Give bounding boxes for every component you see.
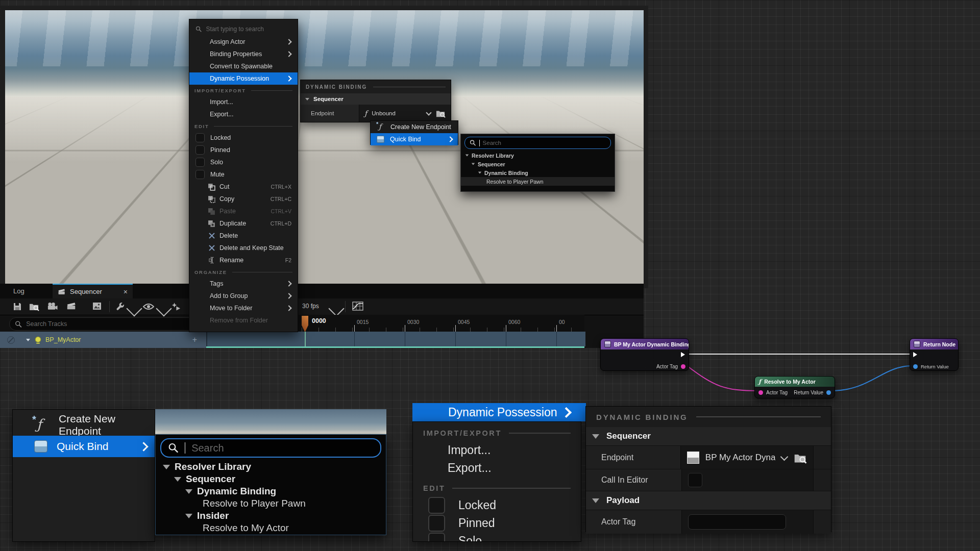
menu-section-edit: EDIT <box>413 480 581 496</box>
node-icon <box>604 341 611 347</box>
resolver-popup: Resolver Library Sequencer Dynamic Bindi… <box>460 134 615 192</box>
return-value-pin[interactable] <box>826 390 831 395</box>
checkbox[interactable] <box>195 133 205 142</box>
resolver-search-input[interactable] <box>191 442 374 454</box>
text-caret <box>185 442 185 454</box>
tree-item-resolve-to-player-pawn[interactable]: Resolve to Player Pawn <box>461 177 615 186</box>
checkbox[interactable] <box>195 170 205 179</box>
menu-item-create-new-endpoint[interactable]: *ƒ Create New Endpoint <box>371 121 458 133</box>
collapse-triangle-icon[interactable] <box>465 155 469 157</box>
menu-item-import[interactable]: Import... <box>189 96 298 108</box>
menu-search-input[interactable] <box>206 26 291 33</box>
menu-item-add-to-group[interactable]: Add to Group <box>189 290 298 302</box>
menu-item-quick-bind[interactable]: Quick Bind <box>13 436 155 457</box>
resolver-search-field[interactable] <box>464 137 611 149</box>
menu-item-quick-bind[interactable]: Quick Bind <box>371 133 458 145</box>
menu-item-export[interactable]: Export... <box>413 459 581 477</box>
collapse-triangle-icon[interactable] <box>478 172 481 174</box>
payload-category-row[interactable]: Payload <box>586 491 831 510</box>
collapse-triangle-icon[interactable] <box>185 489 192 494</box>
tree-item-resolver-library[interactable]: Resolver Library <box>461 151 615 160</box>
menu-item-dynamic-possession[interactable]: Dynamic Possession <box>189 72 298 85</box>
submenu-arrow-icon <box>286 293 291 298</box>
sequencer-category-row[interactable]: Sequencer <box>586 427 831 446</box>
tree-item-resolve-to-player-pawn[interactable]: Resolve to Player Pawn <box>156 497 386 510</box>
node-return[interactable]: Return Node Return Value <box>910 338 959 371</box>
browse-icon[interactable] <box>435 109 446 118</box>
menu-item-duplicate[interactable]: DuplicateCTRL+D <box>189 217 298 230</box>
menu-item-create-new-endpoint[interactable]: *ƒ Create New Endpoint <box>13 414 155 436</box>
menu-item-export[interactable]: Export... <box>189 108 298 120</box>
exec-in-pin[interactable] <box>913 352 917 357</box>
resolver-search-input[interactable] <box>483 140 606 146</box>
submenu-arrow-icon <box>561 407 572 417</box>
endpoint-row: Endpoint ƒ Unbound <box>301 105 451 122</box>
menu-item-rename[interactable]: RenameF2 <box>189 254 298 266</box>
menu-item-copy[interactable]: CopyCTRL+C <box>189 193 298 205</box>
menu-item-solo[interactable]: Solo <box>413 532 581 542</box>
search-icon <box>195 26 202 33</box>
delete-icon <box>209 233 215 239</box>
checkbox[interactable] <box>428 515 445 532</box>
menu-item-assign-actor[interactable]: Assign Actor <box>189 36 298 48</box>
checkbox[interactable] <box>428 497 445 514</box>
tree-item-resolve-to-my-actor[interactable]: Resolve to My Actor <box>156 522 386 534</box>
checkbox[interactable] <box>428 533 445 542</box>
checkbox[interactable] <box>195 145 205 155</box>
menu-item-locked[interactable]: Locked <box>413 496 581 514</box>
endpoint-dropdown[interactable]: ƒ Unbound <box>359 105 451 122</box>
return-value-pin[interactable] <box>913 364 918 369</box>
browse-icon[interactable] <box>793 452 807 464</box>
exec-out-pin[interactable] <box>681 352 685 357</box>
menu-item-convert-to-spawnable[interactable]: Convert to Spawnable <box>189 60 298 72</box>
menu-item-mute[interactable]: Mute <box>189 168 298 181</box>
endpoint-label: Endpoint <box>601 453 633 462</box>
tree-item-dynamic-binding[interactable]: Dynamic Binding <box>156 485 386 497</box>
actor-tag-pin[interactable] <box>758 390 763 395</box>
menu-search-field[interactable] <box>189 22 298 36</box>
collapse-triangle-icon[interactable] <box>174 477 181 482</box>
menu-item-locked[interactable]: Locked <box>189 132 298 144</box>
tree-item-dynamic-binding[interactable]: Dynamic Binding <box>461 168 615 177</box>
function-icon: ƒ <box>364 109 367 117</box>
tree-item-insider[interactable]: Insider <box>156 510 386 522</box>
checkbox[interactable] <box>688 473 702 487</box>
menu-item-pinned[interactable]: Pinned <box>413 514 581 532</box>
endpoint-dropdown[interactable]: BP My Actor Dyna <box>681 446 814 469</box>
menu-item-cut[interactable]: CutCTRL+X <box>189 181 298 193</box>
menu-item-dynamic-possession[interactable]: Dynamic Possession <box>412 403 581 421</box>
actor-tag-pin[interactable] <box>681 364 685 369</box>
collapse-triangle-icon[interactable] <box>163 465 170 469</box>
collapse-triangle-icon[interactable] <box>472 163 475 165</box>
menu-item-solo[interactable]: Solo <box>189 156 298 168</box>
cut-icon <box>208 183 215 191</box>
tree-item-resolver-library[interactable]: Resolver Library <box>156 461 386 473</box>
menu-item-pinned[interactable]: Pinned <box>189 144 298 156</box>
actor-tag-input[interactable] <box>688 514 786 530</box>
collapse-triangle-icon[interactable] <box>185 514 192 518</box>
panel-title: DYNAMIC BINDING <box>596 413 688 421</box>
menu-item-delete-and-keep-state[interactable]: Delete and Keep State <box>189 242 298 254</box>
unreal-editor: Log Sequencer × 30 fps <box>0 0 980 551</box>
node-binding[interactable]: BP My Actor Dynamic Binding 1 Actor Tag <box>600 338 689 371</box>
inset-resolver-popup: Resolver Library Sequencer Dynamic Bindi… <box>155 434 386 535</box>
node-title: Return Node <box>923 341 955 347</box>
collapse-triangle-icon[interactable] <box>592 434 599 439</box>
tree-item-sequencer[interactable]: Sequencer <box>156 473 386 485</box>
chevron-down-icon[interactable] <box>426 110 431 115</box>
menu-item-delete[interactable]: Delete <box>189 230 298 242</box>
chevron-down-icon[interactable] <box>780 453 789 461</box>
node-resolve[interactable]: ƒ Resolve to My Actor Actor Tag Return V… <box>754 376 835 398</box>
checkbox[interactable] <box>195 158 205 167</box>
sequencer-category-row[interactable]: Sequencer <box>301 93 451 105</box>
menu-item-tags[interactable]: Tags <box>189 278 298 290</box>
menu-item-binding-properties[interactable]: Binding Properties <box>189 48 298 60</box>
menu-item-import[interactable]: Import... <box>413 441 581 459</box>
collapse-triangle-icon[interactable] <box>592 498 599 503</box>
submenu-arrow-icon <box>286 281 291 286</box>
menu-item-move-to-folder[interactable]: Move to Folder <box>189 302 298 314</box>
collapse-triangle-icon[interactable] <box>305 98 309 101</box>
copy-icon <box>208 195 215 203</box>
resolver-search-field[interactable] <box>160 438 381 458</box>
tree-item-sequencer[interactable]: Sequencer <box>461 160 615 168</box>
